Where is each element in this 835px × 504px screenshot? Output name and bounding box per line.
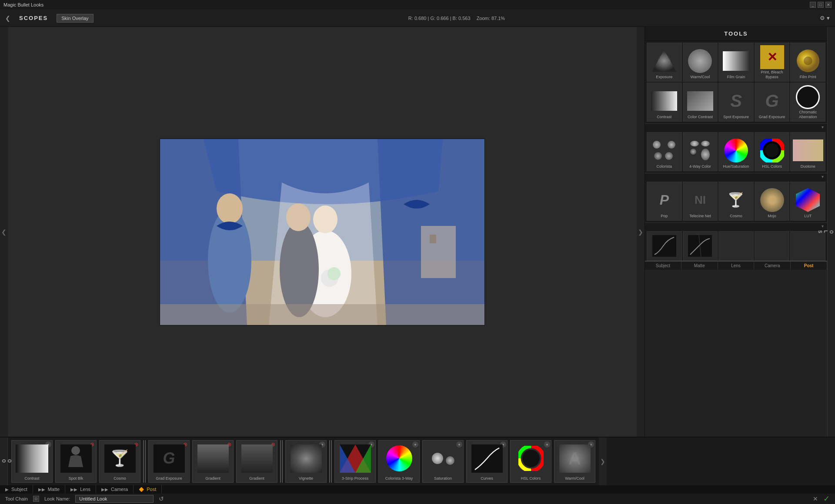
timeline-item-colorista3[interactable]: ● Colorista 3-Way — [378, 440, 420, 483]
skin-overlay-btn[interactable]: Skin Overlay — [57, 14, 93, 23]
footer-section-post[interactable]: 🔶 Post — [134, 485, 162, 493]
timeline-item-spot[interactable]: ⊗ Spot Blk — [55, 440, 97, 483]
footer-section-subject[interactable]: ▶ Subject — [0, 485, 33, 493]
timeline-item-contrast[interactable]: ● Contrast — [11, 440, 53, 483]
tool-telecine[interactable]: NI Telecine Net — [683, 182, 718, 221]
exposure-icon — [651, 49, 677, 73]
tool-4waycolor[interactable]: 4-Way Color — [683, 132, 718, 171]
svg-marker-13 — [652, 50, 676, 72]
matte-curve-icon — [688, 235, 712, 257]
tool-cosmo[interactable]: 🍸 Cosmo — [718, 182, 754, 221]
timeline-item-grad3[interactable]: ⊗ Gradient — [236, 440, 277, 483]
tool-filmgrain[interactable]: Film Grain — [718, 43, 754, 82]
tools-header: TOOLS — [645, 27, 827, 41]
right-panel-arrow[interactable]: ❯ — [637, 27, 645, 437]
bleach-icon: ✕ — [760, 45, 784, 69]
saturation-item-label: Saturation — [434, 476, 452, 481]
footer-section-camera[interactable]: ▶▶ Camera — [96, 485, 134, 493]
timeline-item-grad2[interactable]: ⊗ Gradient — [192, 440, 234, 483]
colorista3-thumb-img — [386, 445, 412, 471]
hslcolors-thumb — [757, 137, 787, 163]
grad2-item-label: Gradient — [205, 476, 220, 481]
cancel-btn[interactable]: ✕ — [813, 495, 818, 502]
tool-spotexposure[interactable]: S Spot Exposure — [718, 83, 754, 122]
spot-item-label: Spot Blk — [69, 476, 84, 481]
timeline-item-3strip[interactable]: ● 3-Strip Process — [334, 440, 376, 483]
section-label-subject[interactable]: Subject — [645, 262, 681, 270]
lut-icon — [796, 188, 820, 212]
tool-label-gradexposure: Grad Exposure — [759, 115, 785, 119]
spot-item-thumb — [59, 443, 94, 474]
nav-left-arrow[interactable]: ❮ — [5, 15, 10, 22]
tool-label-bleach: Print, Bleach Bypass — [756, 70, 788, 80]
grad3-item-label: Gradient — [249, 476, 264, 481]
tool-label-mojo: Mojo — [768, 214, 776, 219]
timeline-right-arrow[interactable]: ❯ — [599, 438, 607, 485]
tool-filmprint[interactable]: Film Print — [790, 43, 825, 82]
spot-person-icon — [64, 445, 88, 471]
footer-label-camera: Camera — [111, 487, 128, 492]
scopes-label: SCOPES — [19, 15, 48, 21]
grad2-thumb-img — [197, 444, 229, 473]
hsl-item-thumb — [514, 443, 548, 474]
tool-warmcool[interactable]: Warm/Cool — [683, 43, 718, 82]
tool-colorista[interactable]: Colorista — [647, 132, 682, 171]
timeline-item-saturation[interactable]: ● Saturation — [422, 440, 464, 483]
tool-label-huesat: Hue/Saturation — [723, 164, 749, 169]
timeline-item-cosmo[interactable]: ⊗ 🍸 Cosmo — [99, 440, 140, 483]
rgb-info: R: 0.680 | G: 0.666 | B: 0.563 — [408, 16, 471, 21]
timeline-item-grad1[interactable]: ⊗ G Grad Exposure — [148, 440, 190, 483]
settings-btn[interactable]: ⚙ ▾ — [820, 15, 830, 21]
maximize-btn[interactable]: □ — [818, 2, 824, 8]
tool-duotone[interactable]: Duotone — [790, 132, 825, 171]
tool-mojo[interactable]: Mojo — [755, 182, 790, 221]
left-panel-arrow[interactable]: ❮ — [0, 27, 8, 437]
section-labels-row: Subject Matte Lens Camera Post — [645, 261, 827, 270]
grad1-thumb-img: G — [154, 444, 185, 473]
section-label-camera[interactable]: Camera — [754, 262, 791, 270]
timeline-item-hsl[interactable]: ● HSL Colors — [510, 440, 551, 483]
spot-thumb-img — [60, 444, 92, 473]
warmcool-thumb-img: A — [559, 444, 591, 473]
top-bar: ❮ SCOPES Skin Overlay R: 0.680 | G: 0.66… — [0, 10, 835, 27]
ok-btn[interactable]: ✓ — [823, 494, 830, 504]
tool-bleach[interactable]: ✕ Print, Bleach Bypass — [755, 43, 790, 82]
tool-pop[interactable]: P Pop — [647, 182, 682, 221]
tool-chromatic[interactable]: Chromatic Aberration — [790, 83, 825, 122]
svg-point-16 — [804, 56, 812, 65]
section-label-lens[interactable]: Lens — [718, 262, 755, 270]
chevron-icon-2: ▾ — [822, 174, 824, 179]
timeline-row[interactable]: ● Contrast ⊗ Spo — [8, 438, 599, 485]
tool-colorcontrast[interactable]: Color Contrast — [683, 83, 718, 122]
tool-label-warmcool: Warm/Cool — [691, 75, 710, 80]
tool-label-chromatic: Chromatic Aberration — [792, 110, 824, 119]
timeline-item-vignette[interactable]: ● Vignette — [285, 440, 327, 483]
section-label-matte[interactable]: Matte — [681, 262, 718, 270]
tool-huesat[interactable]: Hue/Saturation — [718, 132, 754, 171]
tool-lut[interactable]: LUT — [790, 182, 825, 221]
timeline-item-warmcool[interactable]: ● A Warm/Cool — [554, 440, 595, 483]
close-btn[interactable]: ✕ — [825, 2, 832, 8]
row2-sep: ▾ — [645, 123, 827, 130]
look-name-input[interactable] — [75, 495, 154, 503]
svg-point-19 — [765, 143, 779, 157]
footer-labels: ▶ Subject ▶▶ Matte ▶▶ Lens ▶▶ Camera 🔶 P… — [0, 485, 835, 493]
tool-contrast[interactable]: Contrast — [647, 83, 682, 122]
subject-strip — [647, 231, 682, 261]
footer-section-matte[interactable]: ▶▶ Matte — [33, 485, 66, 493]
spot-s-icon: S — [724, 89, 748, 113]
minimize-btn[interactable]: _ — [810, 2, 816, 8]
tool-gradexposure[interactable]: G Grad Exposure — [755, 83, 790, 122]
section-label-post[interactable]: Post — [791, 262, 827, 270]
4waycolor-thumb — [685, 137, 715, 163]
colorcontrast-icon — [687, 91, 713, 111]
svg-point-3 — [217, 193, 243, 224]
toolchain-toggle[interactable]: ⊙ — [33, 496, 39, 502]
warmcool-thumb — [685, 48, 715, 74]
footer-section-lens[interactable]: ▶▶ Lens — [65, 485, 96, 493]
filmprint-thumb — [793, 48, 823, 74]
reset-btn[interactable]: ↺ — [159, 495, 164, 502]
tool-exposure[interactable]: Exposure — [647, 43, 682, 82]
tool-hslcolors[interactable]: HSL Colors — [755, 132, 790, 171]
timeline-item-curves[interactable]: ● Curves — [466, 440, 508, 483]
